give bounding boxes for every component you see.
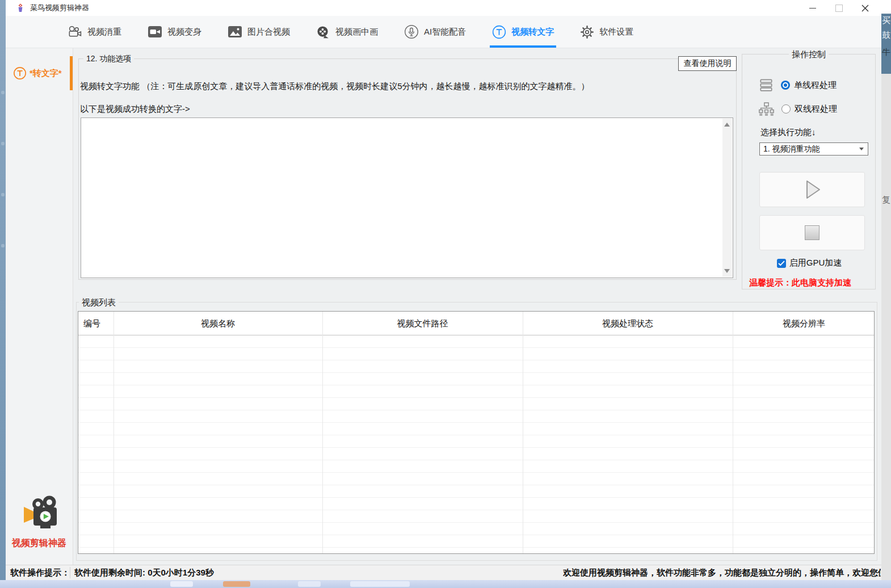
windows-taskbar[interactable] bbox=[0, 580, 891, 588]
movie-camera-logo-icon bbox=[18, 495, 61, 533]
tab-label: 视频变身 bbox=[167, 27, 201, 37]
logo-text: 视频剪辑神器 bbox=[6, 537, 73, 549]
scroll-up-icon[interactable] bbox=[724, 123, 730, 127]
radio-label: 单线程处理 bbox=[794, 80, 837, 91]
background-text-fragment: 鼓 bbox=[882, 31, 890, 39]
checkbox-checked-icon[interactable] bbox=[777, 259, 786, 268]
active-item-indicator bbox=[70, 56, 73, 90]
gear-icon bbox=[580, 25, 594, 39]
status-bar: 软件操作提示： 软件使用剩余时间: 0天0小时1分39秒 欢迎使用视频剪辑神器，… bbox=[6, 565, 881, 580]
radio-selected-icon[interactable] bbox=[781, 81, 790, 90]
dual-thread-icon bbox=[758, 102, 775, 117]
column-header-name[interactable]: 视频名称 bbox=[114, 312, 322, 335]
stop-button[interactable] bbox=[759, 215, 865, 250]
tab-image-to-video[interactable]: 图片合视频 bbox=[228, 16, 290, 48]
minimize-button[interactable] bbox=[800, 0, 826, 16]
taskbar-icon[interactable] bbox=[350, 581, 410, 587]
scroll-down-icon[interactable] bbox=[724, 269, 730, 273]
sidebar-item-label: *转文字* bbox=[30, 68, 62, 79]
background-window-fragment bbox=[881, 0, 891, 14]
chevron-down-icon bbox=[859, 148, 864, 150]
window-controls bbox=[800, 0, 878, 16]
tab-label: AI智能配音 bbox=[424, 27, 466, 37]
function-select[interactable]: 1. 视频消重功能 bbox=[759, 142, 868, 156]
desktop-icon-fragment bbox=[1, 142, 5, 145]
dual-thread-option[interactable]: 双线程处理 bbox=[742, 100, 876, 118]
column-header-path[interactable]: 视频文件路径 bbox=[322, 312, 523, 335]
tab-ai-dubbing[interactable]: AI智能配音 bbox=[404, 16, 466, 48]
tab-label: 图片合视频 bbox=[247, 27, 290, 37]
letter-t-circle-icon bbox=[492, 25, 506, 39]
active-tab-underline bbox=[490, 45, 556, 48]
desktop-icon-fragment bbox=[1, 193, 5, 196]
app-window: 菜鸟视频剪辑神器 bbox=[6, 0, 881, 580]
column-divider bbox=[523, 312, 523, 553]
play-icon bbox=[800, 177, 825, 202]
column-divider bbox=[733, 312, 733, 553]
background-text-fragment: 牛 bbox=[882, 48, 890, 56]
taskbar-icon[interactable] bbox=[170, 581, 193, 587]
gpu-support-tip: 温馨提示：此电脑支持加速 bbox=[749, 278, 851, 288]
group-title: 视频列表 bbox=[79, 297, 119, 308]
single-thread-option[interactable]: 单线程处理 bbox=[742, 76, 876, 94]
background-text-fragment: 买 bbox=[882, 16, 890, 24]
welcome-text: 欢迎使用视频剪辑神器，软件功能非常多，功能都是独立分明的，操作简单，欢迎您使 bbox=[563, 565, 881, 580]
column-header-status[interactable]: 视频处理状态 bbox=[523, 312, 733, 335]
gpu-acceleration-option[interactable]: 启用GPU加速 bbox=[742, 258, 876, 268]
column-divider bbox=[322, 312, 323, 553]
video-list-table[interactable]: 编号 视频名称 视频文件路径 视频处理状态 视频分辨率 bbox=[78, 311, 875, 554]
operation-control-group: 操作控制 单线程处理 bbox=[742, 54, 876, 289]
select-function-label: 选择执行功能↓ bbox=[760, 127, 816, 138]
single-thread-icon bbox=[758, 77, 774, 93]
checkbox-label: 启用GPU加速 bbox=[789, 258, 842, 268]
tab-picture-in-picture[interactable]: 视频画中画 bbox=[316, 16, 378, 48]
app-icon bbox=[16, 3, 25, 12]
view-instructions-button[interactable]: 查看使用说明 bbox=[678, 56, 737, 71]
background-text-fragment: 复 bbox=[882, 195, 890, 204]
maximize-icon bbox=[835, 5, 843, 12]
desktop-icon-fragment bbox=[1, 244, 5, 247]
radio-unselected-icon[interactable] bbox=[781, 104, 791, 114]
column-header-number[interactable]: 编号 bbox=[78, 312, 114, 335]
film-reel-icon bbox=[316, 26, 330, 39]
microphone-icon bbox=[404, 24, 419, 39]
sidebar: *转文字* 视频剪辑神器 bbox=[6, 48, 73, 565]
table-header-row: 编号 视频名称 视频文件路径 视频处理状态 视频分辨率 bbox=[78, 312, 874, 335]
title-bar: 菜鸟视频剪辑神器 bbox=[6, 0, 881, 16]
image-icon bbox=[228, 26, 242, 38]
scrollbar[interactable] bbox=[722, 119, 732, 277]
group-title: 12. 功能选项 bbox=[83, 54, 134, 64]
sidebar-item-to-text[interactable]: *转文字* bbox=[6, 56, 73, 90]
tab-label: 视频消重 bbox=[87, 27, 121, 37]
tab-label: 软件设置 bbox=[599, 27, 633, 37]
content-area: *转文字* 视频剪辑神器 bbox=[6, 48, 881, 565]
tab-settings[interactable]: 软件设置 bbox=[580, 16, 633, 48]
column-header-resolution[interactable]: 视频分辨率 bbox=[733, 312, 875, 335]
column-divider bbox=[114, 312, 114, 553]
close-button[interactable] bbox=[852, 0, 878, 16]
tab-label: 视频转文字 bbox=[511, 27, 554, 37]
tab-video-transform[interactable]: 视频变身 bbox=[148, 16, 201, 48]
app-logo: 视频剪辑神器 bbox=[6, 495, 73, 549]
screen: 买 鼓 牛 复 菜鸟视频剪辑神器 bbox=[0, 0, 891, 588]
tab-video-dedup[interactable]: 视频消重 bbox=[67, 16, 121, 48]
main-tab-bar: 视频消重 视频变身 图片合视频 bbox=[6, 16, 881, 48]
taskbar-icon[interactable] bbox=[298, 581, 321, 587]
window-title: 菜鸟视频剪辑神器 bbox=[30, 3, 89, 13]
transcript-textarea[interactable] bbox=[81, 117, 733, 278]
taskbar-icon[interactable] bbox=[223, 581, 250, 587]
minimize-icon bbox=[809, 8, 816, 9]
maximize-button[interactable] bbox=[826, 0, 852, 16]
desktop-left-strip bbox=[0, 0, 6, 580]
desktop-right-strip: 买 鼓 牛 复 bbox=[881, 0, 891, 580]
stop-icon bbox=[805, 225, 819, 240]
radio-label: 双线程处理 bbox=[795, 104, 837, 115]
tab-label: 视频画中画 bbox=[335, 27, 378, 37]
remaining-time-text: 软件使用剩余时间: 0天0小时1分39秒 bbox=[74, 565, 214, 580]
tab-video-to-text[interactable]: 视频转文字 bbox=[492, 16, 554, 48]
start-button[interactable] bbox=[759, 172, 865, 207]
letter-t-circle-icon bbox=[13, 66, 27, 80]
desktop-icon-fragment bbox=[1, 91, 5, 94]
function-description: 视频转文字功能 （注：可生成原创文章，建议导入普通话标准的视频，视频时长建议5分… bbox=[80, 81, 590, 92]
close-icon bbox=[861, 5, 869, 12]
